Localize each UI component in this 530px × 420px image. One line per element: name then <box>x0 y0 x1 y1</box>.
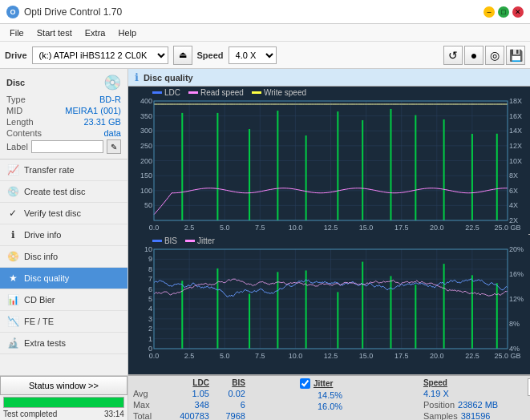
drive-select[interactable]: (k:) ATAPI iHBS112 2 CL0K <box>32 46 168 64</box>
disc-icon: 💿 <box>103 74 121 91</box>
sidebar-item-disc-quality[interactable]: ★ Disc quality <box>0 268 127 289</box>
ldc-legend: LDC <box>152 88 180 97</box>
status-section: Status window >> Test completed 33:14 <box>0 375 127 420</box>
total-ldc: 400783 <box>165 411 209 420</box>
cd-bier-icon: 📊 <box>6 293 19 306</box>
sidebar-item-transfer-rate[interactable]: 📈 Transfer rate <box>0 160 127 181</box>
sidebar-item-cd-bier[interactable]: 📊 CD Bier <box>0 289 127 311</box>
disc-quality-label: Disc quality <box>24 273 69 283</box>
save-button[interactable]: 💾 <box>506 46 525 65</box>
maximize-button[interactable]: □ <box>498 6 509 18</box>
avg-label: Avg <box>133 389 165 398</box>
transfer-rate-icon: 📈 <box>6 164 19 176</box>
create-test-disc-label: Create test disc <box>24 187 85 196</box>
contents-value: data <box>104 128 121 138</box>
menu-help[interactable]: Help <box>111 26 143 39</box>
sidebar-item-disc-info[interactable]: 📀 Disc info <box>0 246 127 268</box>
label-edit-button[interactable]: ✎ <box>107 139 121 154</box>
quality-title: Disc quality <box>144 73 193 83</box>
disc-info-label: Disc info <box>24 252 58 261</box>
sidebar-item-create-test-disc[interactable]: 💿 Create test disc <box>0 181 127 203</box>
main-area: Disc 💿 Type BD-R MID MEIRA1 (001) Length… <box>0 69 530 420</box>
mid-label: MID <box>6 106 22 115</box>
drive-info-icon: ℹ <box>6 228 19 241</box>
position-val: 23862 MB <box>458 400 498 410</box>
read-speed-legend: Read speed <box>188 88 244 97</box>
quality-icon: ℹ <box>135 71 139 83</box>
samples-label: Samples <box>423 411 458 420</box>
lower-chart-container: BIS Jitter <box>128 235 530 375</box>
contents-label: Contents <box>6 128 42 138</box>
menu-extra[interactable]: Extra <box>79 26 112 39</box>
title-bar: O Opti Drive Control 1.70 – □ ✕ <box>0 0 530 24</box>
bis-legend: BIS <box>152 236 177 245</box>
sidebar: Disc 💿 Type BD-R MID MEIRA1 (001) Length… <box>0 69 128 420</box>
jitter-legend: Jitter <box>185 236 215 245</box>
verify-test-disc-label: Verify test disc <box>24 208 81 218</box>
total-bis: 7968 <box>209 411 245 420</box>
content-area: ℹ Disc quality LDC Read speed <box>128 69 530 420</box>
sidebar-item-fe-te[interactable]: 📉 FE / TE <box>0 311 127 333</box>
status-message: Test completed <box>3 410 57 418</box>
toolbar: Drive (k:) ATAPI iHBS112 2 CL0K ⏏ Speed … <box>0 42 530 69</box>
length-value: 23.31 GB <box>83 117 120 127</box>
disc-panel: Disc 💿 Type BD-R MID MEIRA1 (001) Length… <box>0 69 127 160</box>
create-test-disc-icon: 💿 <box>6 185 19 198</box>
burn-button[interactable]: ● <box>464 46 483 65</box>
status-window-button[interactable]: Status window >> <box>0 376 127 395</box>
label-label: Label <box>6 142 28 151</box>
quality-header: ℹ Disc quality <box>128 69 530 87</box>
sidebar-item-drive-info[interactable]: ℹ Drive info <box>0 224 127 246</box>
fe-te-icon: 📉 <box>6 315 19 328</box>
ldc-header: LDC <box>165 378 209 387</box>
length-label: Length <box>6 117 34 127</box>
upper-chart-container: LDC Read speed Write speed <box>128 87 530 235</box>
app-icon: O <box>6 6 19 18</box>
samples-val: 381596 <box>461 411 491 420</box>
progress-bar-fill <box>4 398 123 407</box>
verify-test-disc-icon: ✓ <box>6 207 19 220</box>
charts-area: LDC Read speed Write speed <box>128 87 530 420</box>
disc-header: Disc <box>6 78 25 87</box>
total-label: Total <box>133 411 165 420</box>
menu-bar: File Start test Extra Help <box>0 24 530 42</box>
close-button[interactable]: ✕ <box>512 6 524 18</box>
mid-value: MEIRA1 (001) <box>65 106 121 115</box>
drive-info-label: Drive info <box>24 230 61 240</box>
minimize-button[interactable]: – <box>483 6 495 18</box>
avg-bis: 0.02 <box>209 389 245 398</box>
max-ldc: 348 <box>165 400 209 410</box>
type-value: BD-R <box>99 95 121 104</box>
disc-quality-icon: ★ <box>6 272 19 285</box>
avg-jitter: 14.5% <box>318 390 342 400</box>
menu-start-test[interactable]: Start test <box>30 26 79 39</box>
lower-chart-canvas <box>128 235 528 363</box>
avg-ldc: 1.05 <box>165 389 209 398</box>
label-input[interactable] <box>31 140 103 153</box>
position-label: Position <box>423 400 455 410</box>
refresh-button[interactable]: ↺ <box>443 46 463 65</box>
type-label: Type <box>6 95 26 104</box>
app-title: Opti Drive Control 1.70 <box>24 6 122 18</box>
write-speed-legend: Write speed <box>252 88 306 97</box>
sidebar-item-extra-tests[interactable]: 🔬 Extra tests <box>0 333 127 354</box>
avg-speed: 4.19 X <box>423 389 449 398</box>
bis-header: BIS <box>209 378 245 387</box>
menu-file[interactable]: File <box>3 26 30 39</box>
jitter-checkbox[interactable] <box>300 378 310 389</box>
extra-tests-icon: 🔬 <box>6 337 19 349</box>
scan-button[interactable]: ◎ <box>485 46 504 65</box>
extra-tests-label: Extra tests <box>24 338 66 348</box>
cd-bier-label: CD Bier <box>24 295 55 305</box>
fe-te-label: FE / TE <box>24 317 54 326</box>
max-label: Max <box>133 400 165 410</box>
max-jitter: 16.0% <box>318 402 342 411</box>
stats-area: LDC BIS Avg 1.05 0.02 Max 348 6 <box>128 375 530 420</box>
status-time: 33:14 <box>104 410 124 418</box>
speed-label: Speed <box>197 50 224 60</box>
disc-info-icon: 📀 <box>6 250 19 263</box>
sidebar-item-verify-test-disc[interactable]: ✓ Verify test disc <box>0 203 127 224</box>
eject-button[interactable]: ⏏ <box>173 46 192 65</box>
speed-select[interactable]: 4.0 X <box>229 46 277 64</box>
upper-chart-canvas <box>128 87 528 235</box>
